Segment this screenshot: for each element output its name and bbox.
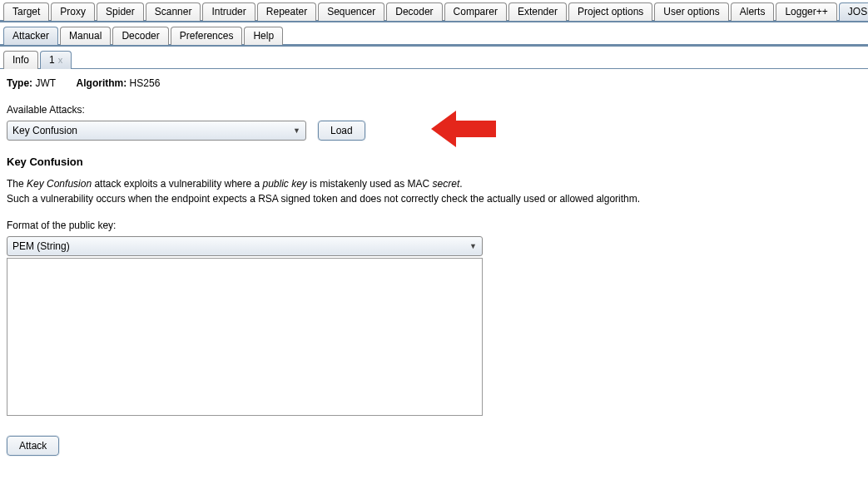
top-tab-spider[interactable]: Spider: [97, 2, 144, 21]
top-tab-scanner[interactable]: Scanner: [146, 2, 201, 21]
top-tab-target[interactable]: Target: [3, 2, 49, 21]
session-tab-info[interactable]: Info: [3, 51, 38, 69]
attack-title: Key Confusion: [7, 156, 861, 168]
top-tab-proxy[interactable]: Proxy: [51, 2, 95, 21]
public-key-input[interactable]: [7, 258, 483, 416]
top-tab-project-options[interactable]: Project options: [568, 2, 652, 21]
joseph-sub-tab-bar: AttackerManualDecoderPreferencesHelp: [0, 22, 868, 47]
type-label: Type:: [7, 77, 32, 89]
top-tab-joseph[interactable]: JOSEPH: [839, 2, 868, 21]
svg-marker-0: [431, 111, 496, 147]
top-tab-sequencer[interactable]: Sequencer: [318, 2, 384, 21]
type-value: JWT: [35, 77, 55, 89]
load-button[interactable]: Load: [318, 121, 365, 141]
top-tab-decoder[interactable]: Decoder: [386, 2, 442, 21]
sub-tab-help[interactable]: Help: [244, 27, 283, 45]
session-tab-bar: Info1x: [0, 47, 868, 69]
top-tab-alerts[interactable]: Alerts: [731, 2, 775, 21]
public-key-format-label: Format of the public key:: [7, 220, 861, 231]
top-tab-repeater[interactable]: Repeater: [257, 2, 316, 21]
sub-tab-attacker[interactable]: Attacker: [3, 27, 58, 45]
algorithm-value: HS256: [130, 77, 161, 89]
attack-button[interactable]: Attack: [7, 436, 59, 456]
sub-tab-manual[interactable]: Manual: [60, 27, 111, 45]
available-attacks-select[interactable]: Key Confusion: [7, 121, 306, 141]
sub-tab-decoder[interactable]: Decoder: [112, 27, 168, 45]
top-tab-comparer[interactable]: Comparer: [444, 2, 507, 21]
attack-description: The Key Confusion attack exploits a vuln…: [7, 176, 861, 206]
top-tab-user-options[interactable]: User options: [654, 2, 728, 21]
top-tab-bar: TargetProxySpiderScannerIntruderRepeater…: [0, 0, 868, 22]
public-key-format-select[interactable]: PEM (String): [7, 236, 483, 256]
attacker-panel: Type: JWT Algorithm: HS256 Available Att…: [0, 69, 868, 464]
sub-tab-preferences[interactable]: Preferences: [171, 27, 243, 45]
algorithm-label: Algorithm:: [77, 77, 127, 89]
top-tab-intruder[interactable]: Intruder: [202, 2, 255, 21]
top-tab-extender[interactable]: Extender: [508, 2, 567, 21]
red-arrow-icon: [431, 106, 498, 152]
top-tab-logger-[interactable]: Logger++: [776, 2, 836, 21]
session-tab-1[interactable]: 1x: [40, 51, 72, 69]
close-icon[interactable]: x: [58, 55, 63, 65]
token-meta-line: Type: JWT Algorithm: HS256: [7, 77, 861, 89]
